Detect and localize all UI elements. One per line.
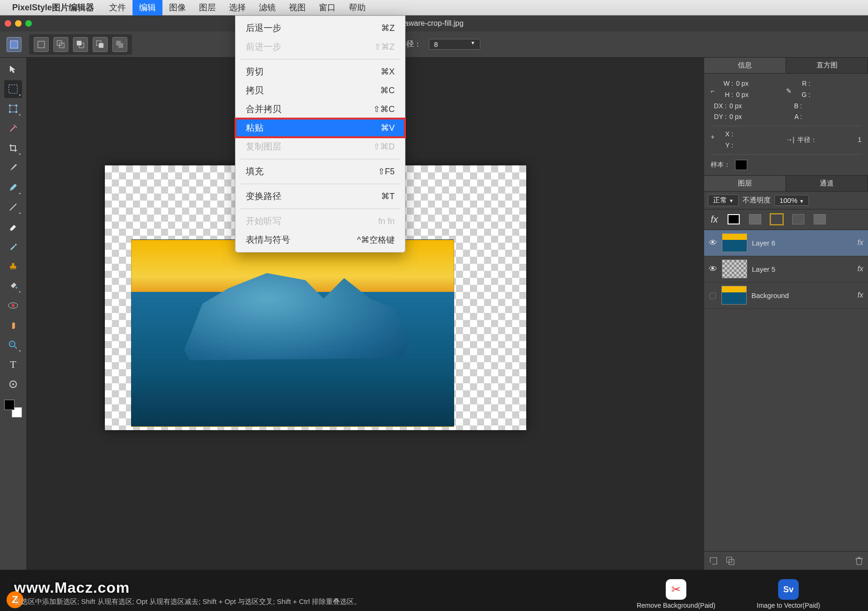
menu-separator (240, 59, 400, 60)
ad-label: Image to Vector(Paid) (742, 602, 835, 609)
menu-redo[interactable]: 前进一步⇧⌘Z (235, 37, 405, 56)
tool-eraser[interactable] (4, 218, 22, 236)
tool-pencil[interactable]: ▸ (4, 179, 22, 196)
window-close-button[interactable] (5, 20, 11, 27)
tab-histogram[interactable]: 直方图 (786, 58, 868, 73)
ad-remove-bg[interactable]: ✂ Remove Background(Paid) (629, 579, 723, 609)
pencil-icon (8, 183, 18, 192)
foreground-color-swatch[interactable] (4, 400, 15, 410)
info-dx: 0 px (729, 102, 742, 110)
menu-duplicate-layer[interactable]: 复制图层⇧⌘D (235, 137, 405, 156)
eyedropper-icon: ✎ (786, 86, 792, 97)
visibility-toggle[interactable]: ▢ (709, 290, 717, 300)
menu-layer[interactable]: 图层 (192, 0, 222, 15)
gear-icon (8, 380, 18, 389)
corner-radius-input[interactable]: 8▼ (429, 39, 480, 50)
path-mode-group (29, 34, 132, 55)
path-mode-1[interactable] (34, 37, 49, 52)
visibility-toggle[interactable]: 👁 (709, 238, 717, 248)
menu-edit[interactable]: 编辑 (132, 0, 162, 15)
menu-window[interactable]: 窗口 (312, 0, 342, 15)
menu-image[interactable]: 图像 (162, 0, 192, 15)
menu-dictation[interactable]: 开始听写fn fn (235, 212, 405, 231)
layer-row[interactable]: 👁 Layer 6 fx (704, 230, 868, 256)
tab-info[interactable]: 信息 (704, 58, 786, 73)
menu-copy[interactable]: 拷贝⌘C (235, 81, 405, 100)
window-minimize-button[interactable] (15, 20, 22, 27)
tool-move[interactable] (4, 60, 22, 78)
sample-swatch (735, 160, 747, 170)
menu-undo[interactable]: 后退一步⌘Z (235, 19, 405, 37)
svg-rect-26 (709, 563, 712, 565)
delete-layer-button[interactable] (855, 556, 863, 566)
layer-thumb (722, 233, 747, 252)
eraser-icon (8, 222, 18, 231)
tool-line[interactable]: ▸ (4, 198, 22, 216)
duplicate-layer-button[interactable] (726, 556, 735, 566)
crop-icon: ⌐ (711, 86, 714, 97)
tool-smudge[interactable] (4, 316, 22, 334)
path-mode-4[interactable] (93, 37, 108, 52)
menu-transform-path[interactable]: 变换路径⌘T (235, 187, 405, 206)
tab-layers[interactable]: 图层 (704, 176, 786, 191)
visibility-toggle[interactable]: 👁 (709, 264, 717, 274)
path-mode-3[interactable] (73, 37, 88, 52)
layer-row[interactable]: 👁 Layer 5 fx (704, 256, 868, 283)
svg-rect-7 (99, 43, 103, 48)
menu-select[interactable]: 选择 (222, 0, 252, 15)
scissors-icon: ✂ (666, 579, 686, 600)
menu-filter[interactable]: 滤镜 (252, 0, 282, 15)
bucket-icon (8, 281, 18, 291)
menu-cut[interactable]: 剪切⌘X (235, 62, 405, 81)
menu-emoji[interactable]: 表情与符号^⌘空格键 (235, 231, 405, 249)
ad-label: Remove Background(Paid) (629, 602, 723, 609)
tool-redeye[interactable] (4, 297, 22, 314)
footer: Z www.Macz.com 在选区中添加新选区; Shift 从现有选区; O… (0, 570, 868, 611)
tool-zoom[interactable]: +▸ (4, 336, 22, 354)
fx-5[interactable] (814, 214, 826, 224)
tool-rect-marquee[interactable]: ▸ (4, 80, 22, 98)
menu-paste[interactable]: 粘贴⌘V (235, 119, 405, 137)
layer-fx-indicator[interactable]: fx (858, 291, 863, 299)
tool-magic-wand[interactable] (4, 119, 22, 137)
ad-image-to-vector[interactable]: Sv Image to Vector(Paid) (742, 579, 835, 609)
new-layer-button[interactable] (709, 556, 718, 566)
window-zoom-button[interactable] (25, 20, 32, 27)
right-panels: 信息 直方图 ⌐ W :0 px H :0 px DX :0 px DY :0 … (704, 58, 868, 570)
fx-3[interactable] (771, 214, 783, 224)
menu-fill[interactable]: 填充⇧F5 (235, 162, 405, 181)
shape-rectangle-button[interactable] (7, 37, 22, 52)
tool-text[interactable]: T (4, 356, 22, 373)
layer-blend-select[interactable]: 正常▼ (708, 194, 739, 206)
iceberg-graphic (164, 268, 421, 371)
tab-channels[interactable]: 通道 (786, 176, 868, 191)
layer-row[interactable]: ▢ Background fx (704, 283, 868, 309)
layer-fx-indicator[interactable]: fx (858, 238, 863, 247)
path-mode-5[interactable] (112, 37, 127, 52)
sv-icon: Sv (778, 579, 799, 600)
info-w: 0 px (736, 80, 748, 87)
path-mode-2[interactable] (53, 37, 68, 52)
tool-measure[interactable] (4, 375, 22, 393)
fx-icon[interactable]: fx (711, 214, 718, 225)
layer-fx-indicator[interactable]: fx (858, 265, 863, 273)
tool-crop[interactable]: ▸ (4, 139, 22, 157)
menu-help[interactable]: 帮助 (342, 0, 372, 15)
tool-bucket[interactable]: ▸ (4, 277, 22, 295)
tool-eyedropper[interactable] (4, 238, 22, 255)
color-swatches[interactable] (4, 400, 22, 417)
menu-view[interactable]: 视图 (282, 0, 312, 15)
tool-transform[interactable]: ▸ (4, 100, 22, 118)
layer-controls: 正常▼ 不透明度 100%▼ (704, 192, 868, 209)
transform-icon (8, 104, 18, 114)
info-radius-value: 1 (858, 134, 861, 146)
fx-4[interactable] (792, 214, 804, 224)
tool-stamp[interactable] (4, 257, 22, 275)
svg-point-17 (15, 287, 17, 289)
menu-copy-merged[interactable]: 合并拷贝⇧⌘C (235, 100, 405, 119)
menu-file[interactable]: 文件 (103, 0, 132, 15)
fx-fill[interactable] (728, 214, 740, 224)
tool-brush[interactable] (4, 159, 22, 177)
opacity-input[interactable]: 100%▼ (774, 195, 809, 206)
fx-2[interactable] (749, 214, 761, 224)
